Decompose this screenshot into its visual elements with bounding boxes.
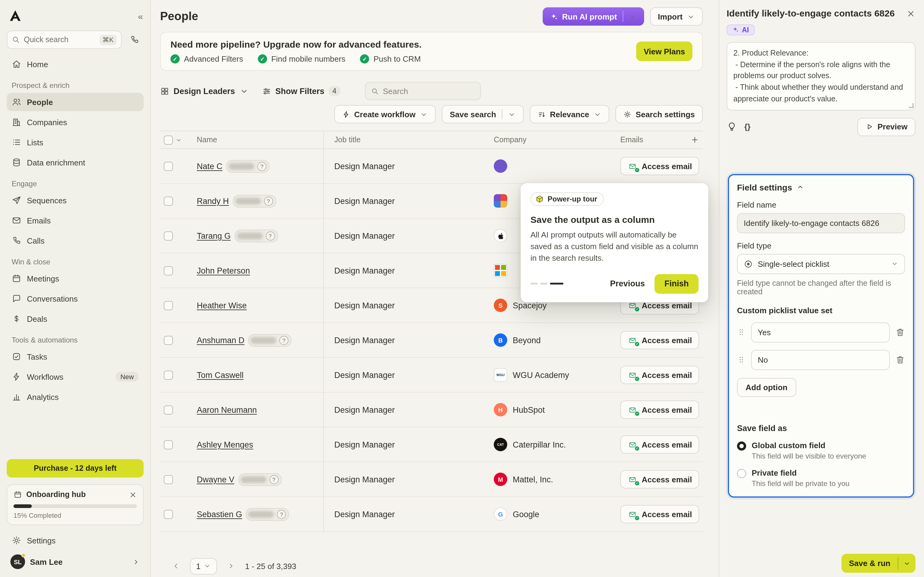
sidebar-item-emails[interactable]: Emails xyxy=(7,211,144,230)
tour-previous-button[interactable]: Previous xyxy=(610,279,645,288)
dialer-button[interactable] xyxy=(125,31,144,49)
contact-name-link[interactable]: Ashley Menges xyxy=(197,440,253,449)
reveal-name-button[interactable]: ? xyxy=(257,161,267,171)
reveal-name-button[interactable]: ? xyxy=(279,335,288,345)
quick-search-input[interactable]: Quick search ⌘K xyxy=(7,31,122,49)
reveal-name-button[interactable]: ? xyxy=(269,475,278,484)
table-search-input[interactable] xyxy=(383,86,475,95)
select-all-checkbox[interactable] xyxy=(164,135,173,144)
picklist-option-input[interactable] xyxy=(751,350,890,370)
field-name-input[interactable] xyxy=(737,213,905,233)
field-settings-toggle[interactable]: Field settings xyxy=(737,182,804,192)
company-name-link[interactable]: Mattel, Inc. xyxy=(513,475,553,484)
company-name-link[interactable]: Google xyxy=(513,509,539,519)
resize-grip[interactable] xyxy=(909,103,914,108)
contact-name-link[interactable]: Anshuman D xyxy=(197,335,244,345)
picklist-option-input[interactable] xyxy=(751,322,890,343)
sidebar-item-settings[interactable]: Settings xyxy=(7,531,144,550)
sidebar-item-sequences[interactable]: Sequences xyxy=(7,191,144,210)
access-email-button[interactable]: Access email xyxy=(620,505,699,523)
sidebar-item-workflows[interactable]: Workflows New xyxy=(7,367,144,386)
onboarding-close-button[interactable] xyxy=(129,491,137,498)
sort-dropdown[interactable]: Relevance xyxy=(530,105,610,123)
sidebar-item-conversations[interactable]: Conversations xyxy=(7,289,144,308)
panel-close-button[interactable] xyxy=(906,9,916,18)
field-type-select[interactable]: Single-select picklist xyxy=(737,254,905,274)
contact-name-link[interactable]: Dwayne V xyxy=(197,475,234,484)
sidebar-item-companies[interactable]: Companies xyxy=(7,113,144,131)
reveal-name-button[interactable]: ? xyxy=(277,509,286,519)
radio-global-custom-field[interactable]: Global custom field This field will be v… xyxy=(737,441,905,460)
access-email-button[interactable]: Access email xyxy=(620,435,699,454)
reveal-name-button[interactable]: ? xyxy=(264,196,273,205)
view-plans-button[interactable]: View Plans xyxy=(636,42,692,61)
sidebar-item-deals[interactable]: Deals xyxy=(7,309,144,328)
delete-option-button[interactable] xyxy=(895,355,905,365)
chevron-down-icon[interactable] xyxy=(175,137,182,143)
sidebar-item-analytics[interactable]: Analytics xyxy=(7,388,144,406)
save-and-run-button[interactable]: Save & run xyxy=(842,554,916,573)
page-select[interactable]: 1 xyxy=(190,558,217,574)
search-settings-button[interactable]: Search settings xyxy=(615,105,703,123)
run-ai-prompt-button[interactable]: Run AI prompt xyxy=(543,7,644,26)
company-name-link[interactable]: WGU Academy xyxy=(513,370,569,379)
reveal-name-button[interactable]: ? xyxy=(265,231,275,240)
row-checkbox[interactable] xyxy=(164,301,173,310)
company-name-link[interactable]: Beyond xyxy=(513,335,541,345)
row-checkbox[interactable] xyxy=(164,440,173,449)
row-checkbox[interactable] xyxy=(164,161,173,171)
contact-name-link[interactable]: Aaron Neumann xyxy=(197,405,257,414)
sidebar-item-meetings[interactable]: Meetings xyxy=(7,269,144,288)
sidebar-item-data-enrichment[interactable]: Data enrichment xyxy=(7,153,144,172)
sidebar-item-calls[interactable]: Calls xyxy=(7,231,144,250)
sidebar-item-lists[interactable]: Lists xyxy=(7,133,144,152)
tour-finish-button[interactable]: Finish xyxy=(655,274,699,293)
row-checkbox[interactable] xyxy=(164,231,173,240)
emails-header-label[interactable]: Emails xyxy=(620,135,643,144)
row-checkbox[interactable] xyxy=(164,335,173,345)
row-checkbox[interactable] xyxy=(164,196,173,205)
access-email-button[interactable]: Access email xyxy=(620,331,699,349)
purchase-button[interactable]: Purchase - 12 days left xyxy=(7,459,144,477)
contact-name-link[interactable]: Heather Wise xyxy=(197,301,247,310)
row-checkbox[interactable] xyxy=(164,509,173,519)
drag-handle-icon[interactable] xyxy=(737,356,746,364)
contact-name-link[interactable]: Randy H xyxy=(197,196,229,205)
radio-private-field[interactable]: Private field This field will be private… xyxy=(737,468,905,488)
drag-handle-icon[interactable] xyxy=(737,328,746,337)
next-page-button[interactable] xyxy=(227,562,235,570)
prompt-ideas-button[interactable] xyxy=(727,122,737,132)
user-menu[interactable]: SL Sam Lee xyxy=(7,551,144,572)
add-option-button[interactable]: Add option xyxy=(737,378,796,397)
row-checkbox[interactable] xyxy=(164,266,173,275)
prompt-textarea[interactable]: 2. Product Relevance: - Determine if the… xyxy=(727,42,916,111)
radio-unselected-icon[interactable] xyxy=(737,469,746,478)
sidebar-item-home[interactable]: Home xyxy=(7,55,144,73)
access-email-button[interactable]: Access email xyxy=(620,366,699,384)
contact-name-link[interactable]: Sebastien G xyxy=(197,509,242,519)
show-filters-button[interactable]: Show Filters 4 xyxy=(262,86,340,96)
column-header-job-title[interactable]: Job title xyxy=(324,135,484,144)
company-name-link[interactable]: HubSpot xyxy=(513,405,545,414)
sidebar-item-people[interactable]: People xyxy=(7,93,144,111)
previous-page-button[interactable] xyxy=(172,562,180,570)
contact-name-link[interactable]: John Peterson xyxy=(197,266,250,275)
contact-name-link[interactable]: Tarang G xyxy=(197,231,231,240)
row-checkbox[interactable] xyxy=(164,405,173,414)
saved-search-dropdown[interactable]: Design Leaders xyxy=(160,86,249,95)
column-header-company[interactable]: Company xyxy=(484,135,615,144)
sidebar-collapse-button[interactable]: « xyxy=(138,11,142,21)
save-search-button[interactable]: Save search xyxy=(442,105,524,123)
company-name-link[interactable]: Caterpillar Inc. xyxy=(513,440,566,449)
radio-selected-icon[interactable] xyxy=(737,442,746,451)
contact-name-link[interactable]: Nate C xyxy=(197,161,223,171)
row-checkbox[interactable] xyxy=(164,475,173,484)
access-email-button[interactable]: Access email xyxy=(620,157,699,175)
access-email-button[interactable]: Access email xyxy=(620,401,699,419)
column-header-name[interactable]: Name xyxy=(191,131,324,148)
import-button[interactable]: Import xyxy=(650,7,703,26)
row-checkbox[interactable] xyxy=(164,370,173,379)
preview-button[interactable]: Preview xyxy=(858,118,916,136)
contact-name-link[interactable]: Tom Caswell xyxy=(197,370,244,379)
sidebar-item-tasks[interactable]: Tasks xyxy=(7,347,144,366)
